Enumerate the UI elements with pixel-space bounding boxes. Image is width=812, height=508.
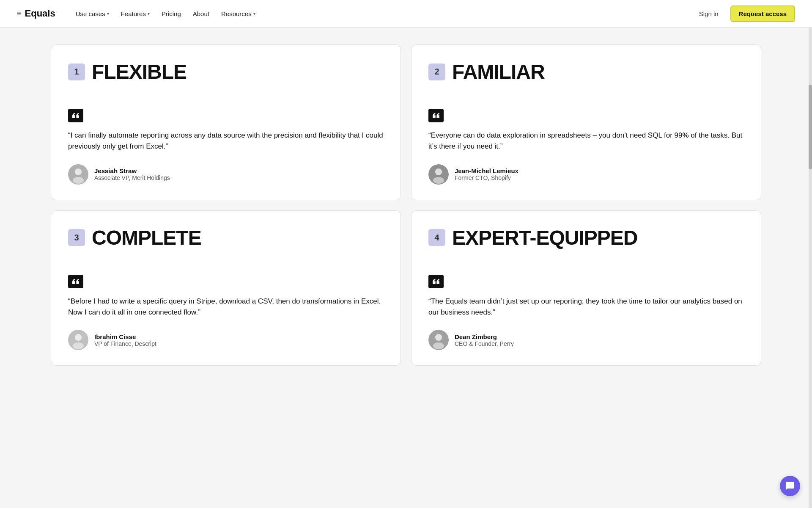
avatar-1 bbox=[428, 164, 449, 185]
quote-icon-3 bbox=[428, 275, 444, 288]
svg-point-4 bbox=[435, 168, 442, 175]
card-header-1: 2FAMILIAR bbox=[428, 60, 744, 83]
chevron-down-icon: ▾ bbox=[107, 11, 109, 16]
chevron-down-icon: ▾ bbox=[253, 11, 255, 16]
author-name-3: Dean Zimberg bbox=[455, 333, 514, 340]
svg-point-1 bbox=[75, 168, 82, 175]
card-number-2: 3 bbox=[68, 229, 85, 246]
svg-point-8 bbox=[73, 342, 84, 349]
chat-icon bbox=[785, 481, 795, 491]
scrollbar-thumb[interactable] bbox=[809, 85, 812, 169]
chevron-down-icon: ▾ bbox=[148, 11, 150, 16]
author-info-1: Jean-Michel LemieuxFormer CTO, Shopify bbox=[455, 167, 518, 181]
sign-in-button[interactable]: Sign in bbox=[692, 7, 725, 21]
card-quote-1: “Everyone can do data exploration in spr… bbox=[428, 130, 744, 152]
svg-point-10 bbox=[435, 334, 442, 341]
card-title-1: FAMILIAR bbox=[452, 60, 545, 83]
nav-links: Use cases▾Features▾PricingAboutResources… bbox=[71, 7, 692, 21]
card-header-3: 4EXPERT-EQUIPPED bbox=[428, 226, 744, 249]
avatar-2 bbox=[68, 330, 88, 350]
svg-point-5 bbox=[433, 177, 444, 184]
quote-icon-2 bbox=[68, 275, 83, 288]
nav-link-about[interactable]: About bbox=[188, 7, 214, 21]
card-0: 1FLEXIBLE“I can finally automate reporti… bbox=[51, 44, 401, 200]
card-number-3: 4 bbox=[428, 229, 445, 246]
cards-grid: 1FLEXIBLE“I can finally automate reporti… bbox=[51, 44, 761, 366]
nav-right: Sign in Request access bbox=[692, 6, 795, 22]
card-number-1: 2 bbox=[428, 64, 445, 80]
svg-point-2 bbox=[73, 177, 84, 184]
card-title-2: COMPLETE bbox=[92, 226, 201, 249]
avatar-3 bbox=[428, 330, 449, 350]
author-title-3: CEO & Founder, Perry bbox=[455, 340, 514, 347]
card-author-2: Ibrahim CisseVP of Finance, Descript bbox=[68, 330, 384, 350]
card-title-3: EXPERT-EQUIPPED bbox=[452, 226, 637, 249]
author-name-1: Jean-Michel Lemieux bbox=[455, 167, 518, 174]
quote-icon-1 bbox=[428, 109, 444, 122]
author-title-2: VP of Finance, Descript bbox=[94, 340, 156, 347]
card-author-0: Jessiah StrawAssociate VP, Merit Holding… bbox=[68, 164, 384, 185]
card-header-2: 3COMPLETE bbox=[68, 226, 384, 249]
svg-point-11 bbox=[433, 342, 444, 349]
nav-link-resources[interactable]: Resources▾ bbox=[216, 7, 261, 21]
logo-text: Equals bbox=[25, 8, 55, 19]
card-3: 4EXPERT-EQUIPPED“The Equals team didn’t … bbox=[411, 210, 761, 366]
author-title-0: Associate VP, Merit Holdings bbox=[94, 174, 170, 181]
card-header-0: 1FLEXIBLE bbox=[68, 60, 384, 83]
avatar-0 bbox=[68, 164, 88, 185]
logo[interactable]: ≡ Equals bbox=[17, 8, 55, 19]
author-name-2: Ibrahim Cisse bbox=[94, 333, 156, 340]
navbar: ≡ Equals Use cases▾Features▾PricingAbout… bbox=[0, 0, 812, 28]
author-title-1: Former CTO, Shopify bbox=[455, 174, 518, 181]
card-author-1: Jean-Michel LemieuxFormer CTO, Shopify bbox=[428, 164, 744, 185]
author-info-0: Jessiah StrawAssociate VP, Merit Holding… bbox=[94, 167, 170, 181]
card-number-0: 1 bbox=[68, 64, 85, 80]
nav-link-pricing[interactable]: Pricing bbox=[156, 7, 186, 21]
nav-link-features[interactable]: Features▾ bbox=[116, 7, 155, 21]
main-content: 1FLEXIBLE“I can finally automate reporti… bbox=[0, 28, 812, 383]
quote-icon-0 bbox=[68, 109, 83, 122]
card-1: 2FAMILIAR“Everyone can do data explorati… bbox=[411, 44, 761, 200]
card-author-3: Dean ZimbergCEO & Founder, Perry bbox=[428, 330, 744, 350]
card-quote-2: “Before I had to write a specific query … bbox=[68, 296, 384, 318]
author-info-3: Dean ZimbergCEO & Founder, Perry bbox=[455, 333, 514, 347]
scrollbar[interactable] bbox=[809, 0, 812, 508]
chat-bubble[interactable] bbox=[780, 476, 800, 496]
card-2: 3COMPLETE“Before I had to write a specif… bbox=[51, 210, 401, 366]
author-info-2: Ibrahim CisseVP of Finance, Descript bbox=[94, 333, 156, 347]
nav-link-use-cases[interactable]: Use cases▾ bbox=[71, 7, 114, 21]
author-name-0: Jessiah Straw bbox=[94, 167, 170, 174]
card-quote-0: “I can finally automate reporting across… bbox=[68, 130, 384, 152]
card-title-0: FLEXIBLE bbox=[92, 60, 187, 83]
hamburger-icon: ≡ bbox=[17, 9, 22, 18]
svg-point-7 bbox=[75, 334, 82, 341]
request-access-button[interactable]: Request access bbox=[730, 6, 795, 22]
card-quote-3: “The Equals team didn’t just set up our … bbox=[428, 296, 744, 318]
